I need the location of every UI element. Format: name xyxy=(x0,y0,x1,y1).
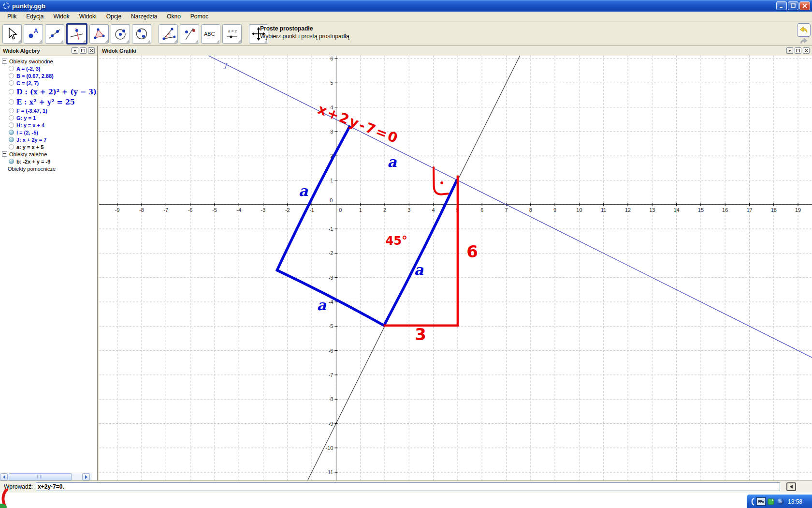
graphics-restore-button[interactable] xyxy=(795,47,801,54)
menu-item-okno[interactable]: Okno xyxy=(162,12,186,21)
svg-text:a: a xyxy=(414,261,424,278)
algebra-item-0-7[interactable]: H: y = x + 4 xyxy=(0,121,97,129)
slider-icon: a = 2 xyxy=(225,27,239,41)
tool-dropdown-icon[interactable] xyxy=(147,40,150,43)
tray-sphere-icon[interactable]: a xyxy=(777,498,784,506)
collapse-icon[interactable] xyxy=(2,59,7,64)
tray-clock: 13:58 xyxy=(788,498,802,505)
tool-dropdown-icon[interactable] xyxy=(60,40,63,43)
visibility-off-marble-icon[interactable] xyxy=(9,99,14,105)
line-icon xyxy=(47,27,62,41)
svg-text:-1: -1 xyxy=(309,207,314,213)
menu-item-plik[interactable]: Plik xyxy=(2,12,21,21)
algebra-item-0-10[interactable]: a: y = x + 5 xyxy=(0,143,97,150)
menu-item-pomoc[interactable]: Pomoc xyxy=(186,12,213,21)
scroll-right-button[interactable] xyxy=(82,473,90,480)
visibility-on-marble-icon[interactable] xyxy=(9,159,14,164)
algebra-item-0-4[interactable]: E : x² + y² = 25 xyxy=(0,97,97,107)
menu-item-edycja[interactable]: Edycja xyxy=(21,12,48,21)
algebra-view-title: Widok Algebry xyxy=(3,48,40,54)
undo-button[interactable] xyxy=(797,23,811,37)
restore-icon xyxy=(796,49,800,52)
menu-item-narzędzia[interactable]: Narzędzia xyxy=(126,12,162,21)
visibility-off-marble-icon[interactable] xyxy=(9,108,14,113)
svg-text:14: 14 xyxy=(673,207,679,213)
algebra-item-0-8[interactable]: I = (2, -5) xyxy=(0,129,97,136)
menu-item-widoki[interactable]: Widoki xyxy=(74,12,102,21)
svg-text:6: 6 xyxy=(480,207,483,213)
menu-item-opcje[interactable]: Opcje xyxy=(102,12,126,21)
tool-line-button[interactable] xyxy=(45,24,64,44)
tool-circle-button[interactable] xyxy=(111,24,130,44)
scrollbar-thumb[interactable] xyxy=(9,473,72,480)
visibility-on-marble-icon[interactable] xyxy=(9,130,14,135)
redo-button[interactable] xyxy=(798,37,810,45)
tool-perpendicular-line-button[interactable] xyxy=(66,23,87,45)
collapse-icon[interactable] xyxy=(2,151,7,157)
algebra-item-0-1[interactable]: B = (0.67, 2.88) xyxy=(0,72,97,79)
visibility-off-marble-icon[interactable] xyxy=(9,122,14,128)
visibility-off-marble-icon[interactable] xyxy=(9,73,14,78)
graphics-close-button[interactable] xyxy=(803,47,810,54)
algebra-item-1-0[interactable]: b: -2x + y = -9 xyxy=(0,158,97,165)
algebra-item-0-9[interactable]: J: x + 2y = 7 xyxy=(0,136,97,143)
restore-icon xyxy=(81,49,85,52)
command-input[interactable] xyxy=(36,482,780,491)
visibility-off-marble-icon[interactable] xyxy=(9,144,14,149)
tool-slider-button[interactable]: a = 2 xyxy=(222,24,242,44)
graphics-canvas[interactable]: -9-8-7-6-5-4-3-2-11234567891011121314151… xyxy=(99,56,812,480)
algebra-horizontal-scrollbar[interactable] xyxy=(0,473,92,480)
tool-dropdown-icon[interactable] xyxy=(195,40,198,43)
language-bar-icon[interactable]: FFa xyxy=(756,497,766,506)
visibility-on-marble-icon[interactable] xyxy=(9,137,14,142)
algebra-item-0-3[interactable]: D : (x + 2)² + (y − 3)² = xyxy=(0,87,97,97)
algebra-group-0[interactable]: Obiekty swobodne xyxy=(0,58,97,65)
algebra-view-header: Widok Algebry xyxy=(0,46,97,56)
algebra-item-0-5[interactable]: F = (-3.47, 1) xyxy=(0,107,97,114)
tray-hidden-icon[interactable] xyxy=(750,497,754,506)
algebra-item-text: a: y = x + 5 xyxy=(16,144,44,150)
tool-conic-button[interactable] xyxy=(132,24,151,44)
tool-point-button[interactable]: A xyxy=(24,24,43,44)
tool-polygon-button[interactable] xyxy=(89,24,109,44)
tool-dropdown-icon[interactable] xyxy=(105,40,108,43)
close-button[interactable] xyxy=(799,1,810,10)
algebra-group-1[interactable]: Obiekty zależne xyxy=(0,150,97,158)
tool-dropdown-icon[interactable] xyxy=(39,40,42,43)
tool-angle-button[interactable]: α xyxy=(159,24,178,44)
algebra-restore-button[interactable] xyxy=(80,47,87,54)
tool-dropdown-icon[interactable] xyxy=(238,40,241,43)
svg-text:-3: -3 xyxy=(329,275,334,281)
algebra-item-0-2[interactable]: C = (2, 7) xyxy=(0,79,97,87)
tool-text-button[interactable]: ABC xyxy=(201,24,220,44)
scroll-left-button[interactable] xyxy=(0,473,8,480)
tool-move-button[interactable] xyxy=(2,24,22,44)
tool-dropdown-icon[interactable] xyxy=(126,40,129,43)
input-help-toggle-button[interactable] xyxy=(786,482,796,491)
visibility-off-marble-icon[interactable] xyxy=(9,66,14,71)
tool-dropdown-icon[interactable] xyxy=(18,40,21,43)
algebra-menu-button[interactable] xyxy=(72,47,78,54)
algebra-close-button[interactable] xyxy=(88,47,95,54)
tray-green-icon[interactable] xyxy=(768,498,775,505)
svg-text:-8: -8 xyxy=(139,207,144,213)
visibility-off-marble-icon[interactable] xyxy=(9,80,14,86)
visibility-off-marble-icon[interactable] xyxy=(9,115,14,120)
svg-text:-5: -5 xyxy=(329,323,334,329)
algebra-item-0-0[interactable]: A = (-2, 3) xyxy=(0,65,97,72)
algebra-item-text: b: -2x + y = -9 xyxy=(16,159,50,164)
algebra-item-0-6[interactable]: G: y = 1 xyxy=(0,114,97,121)
svg-text:-10: -10 xyxy=(325,445,333,451)
tool-dropdown-icon[interactable] xyxy=(83,40,86,43)
auxiliary-objects-label[interactable]: Obiekty pomocnicze xyxy=(0,165,97,173)
algebra-item-text: H: y = x + 4 xyxy=(16,122,44,128)
tool-reflection-button[interactable] xyxy=(180,24,199,44)
visibility-off-marble-icon[interactable] xyxy=(9,89,14,94)
maximize-button[interactable] xyxy=(788,1,798,10)
menu-item-widok[interactable]: Widok xyxy=(48,12,74,21)
tool-dropdown-icon[interactable] xyxy=(174,40,177,43)
minimize-button[interactable] xyxy=(776,1,787,10)
svg-text:9: 9 xyxy=(553,207,556,213)
tool-dropdown-icon[interactable] xyxy=(217,40,219,43)
graphics-menu-button[interactable] xyxy=(786,47,793,54)
